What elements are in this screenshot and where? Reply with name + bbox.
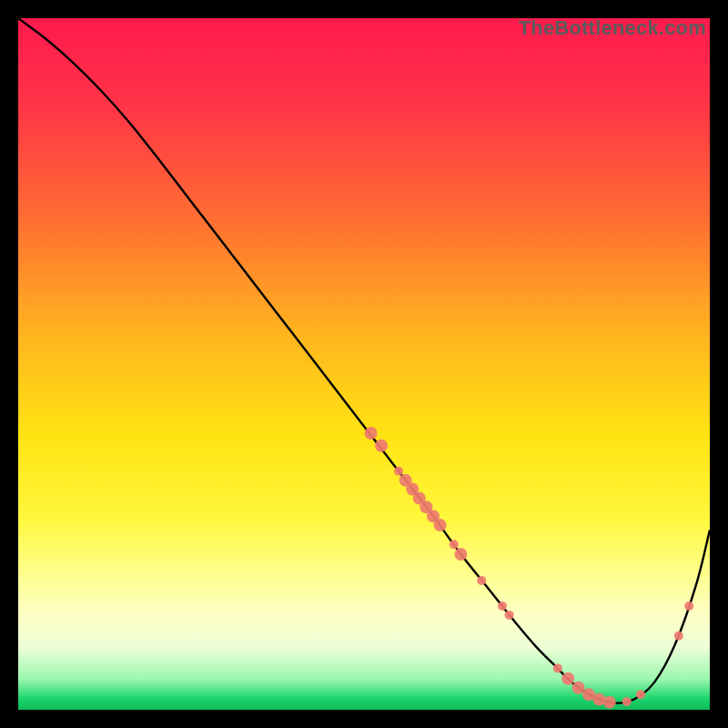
highlight-marker: [365, 427, 378, 440]
highlight-marker: [561, 672, 574, 685]
chart-svg: [18, 18, 710, 710]
highlight-marker: [394, 467, 403, 476]
highlight-marker: [674, 632, 683, 641]
highlight-marker: [477, 576, 486, 585]
highlight-marker: [454, 548, 467, 561]
highlight-marker: [603, 696, 616, 709]
highlight-marker: [505, 611, 514, 620]
highlight-marker: [434, 519, 447, 531]
chart-frame: TheBottleneck.com: [18, 18, 710, 710]
watermark-text: TheBottleneck.com: [519, 16, 706, 40]
gradient-background: [18, 18, 710, 710]
highlight-marker: [375, 440, 388, 452]
highlight-marker: [684, 602, 693, 611]
highlight-marker: [450, 540, 459, 549]
highlight-marker: [572, 682, 585, 694]
highlight-marker: [636, 690, 645, 699]
highlight-marker: [622, 697, 632, 706]
highlight-marker: [498, 602, 507, 611]
highlight-marker: [553, 663, 562, 672]
